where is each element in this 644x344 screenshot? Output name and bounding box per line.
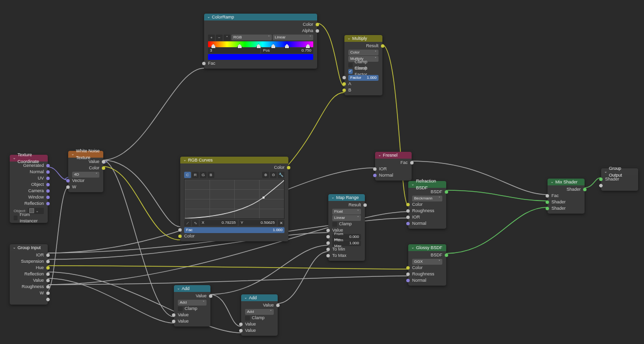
mr-interp-dropdown[interactable]: Linear˅ — [332, 215, 361, 221]
mult-type-dropdown[interactable]: Color˅ — [348, 50, 379, 55]
curve-delete-point-icon[interactable]: ✕ — [278, 220, 284, 226]
socket-glossy-rough[interactable]: Roughness — [408, 271, 446, 277]
node-header-rgbcurves[interactable]: ⌄ RGB Curves — [180, 157, 288, 163]
node-header-groupoutput[interactable]: ⌄ Group Output — [601, 168, 638, 175]
mr-clamp-checkbox[interactable]: Clamp — [332, 221, 352, 227]
socket-reflection-gi[interactable]: Reflection — [10, 271, 48, 277]
socket-mr-result[interactable]: Result — [328, 202, 365, 208]
ramp-add-button[interactable]: + — [208, 35, 215, 41]
curve-tools-icon[interactable]: 🔧 — [278, 172, 284, 178]
socket-w-gi[interactable]: W — [10, 290, 48, 296]
ramp-interp-dropdown[interactable]: Linear˅ — [273, 35, 313, 40]
socket-refr-rough[interactable]: Roughness — [408, 208, 446, 214]
socket-add1-v2[interactable]: Value — [174, 318, 210, 325]
socket-mix-fac[interactable]: Fac — [548, 193, 585, 199]
socket-generated[interactable]: Generated — [10, 163, 48, 169]
socket-mult-a[interactable]: A — [344, 81, 382, 87]
socket-add2-out[interactable]: Value — [241, 302, 278, 308]
node-header-add1[interactable]: ⌄ Add — [174, 285, 210, 292]
socket-mix-out[interactable]: Shader — [548, 186, 585, 193]
curve-x-field[interactable]: X0.78235 — [200, 220, 238, 226]
socket-mix-s1[interactable]: Shader — [548, 199, 585, 205]
socket-reflection[interactable]: Reflection — [10, 200, 48, 207]
ramp-remove-button[interactable]: − — [216, 35, 223, 41]
socket-refr-bsdf[interactable]: BSDF — [408, 189, 446, 195]
node-header-glossy[interactable]: ⌄ Glossy BSDF — [408, 244, 446, 251]
socket-value-gi[interactable]: Value — [10, 277, 48, 284]
node-header-groupinput[interactable]: ⌄ Group Input — [10, 244, 48, 251]
ramp-index-field[interactable]: 3 — [208, 48, 260, 54]
socket-add1-out[interactable]: Value — [174, 293, 210, 299]
handle-auto-icon[interactable]: ∿ — [192, 220, 199, 226]
socket-mr-tomax[interactable]: To Max — [328, 253, 365, 259]
socket-refr-normal[interactable]: Normal — [408, 220, 446, 227]
node-header-refraction[interactable]: ⌄ Refraction BSDF — [408, 181, 446, 188]
node-header-multiply[interactable]: ⌄ Multiply — [344, 35, 382, 42]
socket-rgbc-fac[interactable]: Fac1.000 — [180, 227, 288, 233]
socket-go-empty[interactable] — [601, 182, 638, 189]
socket-refr-ior[interactable]: IOR — [408, 214, 446, 220]
socket-wn-w[interactable]: W — [68, 184, 103, 190]
socket-add1-v1[interactable]: Value — [174, 312, 210, 318]
add1-clamp-checkbox[interactable]: Clamp — [178, 306, 197, 312]
socket-mr-frommax[interactable]: From Max1.000 — [328, 240, 365, 246]
socket-mult-factor[interactable]: Factor1.000 — [344, 74, 382, 81]
socket-fresnel-ior[interactable]: IOR — [375, 166, 412, 172]
curve-editor[interactable] — [184, 179, 284, 219]
node-header-mixshader[interactable]: ⌄ Mix Shader — [548, 179, 585, 185]
socket-add2-v2[interactable]: Value — [241, 327, 278, 334]
curve-tab-r[interactable]: R — [192, 172, 199, 178]
socket-wn-color[interactable]: Color — [68, 165, 103, 171]
socket-fresnel-fac[interactable]: Fac — [375, 160, 412, 166]
socket-wn-value[interactable]: Value — [68, 159, 103, 165]
socket-glossy-color[interactable]: Color — [408, 265, 446, 271]
curve-zoom-out-icon[interactable]: ⊖ — [270, 172, 277, 178]
from-instancer-checkbox[interactable]: From Instancer — [14, 212, 44, 224]
curve-y-field[interactable]: Y0.50625 — [239, 220, 277, 226]
curve-tab-b[interactable]: B — [208, 172, 214, 178]
socket-suspension[interactable]: Suspension — [10, 258, 48, 265]
socket-mult-result[interactable]: Result — [344, 43, 382, 49]
node-header-add2[interactable]: ⌄ Add — [241, 294, 278, 301]
curve-tab-c[interactable]: C — [184, 172, 191, 178]
ramp-colormode-dropdown[interactable]: RGB˅ — [231, 35, 272, 40]
socket-mix-s2[interactable]: Shader — [548, 205, 585, 212]
node-header-whitenoise[interactable]: ⌄ White Noise Texture — [68, 151, 103, 158]
socket-rgbc-color-out[interactable]: Color — [180, 164, 288, 171]
handle-vector-icon[interactable]: ⟋ — [184, 220, 191, 226]
socket-cr-color[interactable]: Color — [204, 21, 317, 28]
socket-empty[interactable] — [10, 296, 48, 303]
socket-mult-b[interactable]: B — [344, 87, 382, 93]
add1-mode-dropdown[interactable]: Add˅ — [178, 300, 207, 306]
socket-refr-color[interactable]: Color — [408, 201, 446, 208]
socket-rgbc-color-in[interactable]: Color — [180, 233, 288, 239]
socket-glossy-normal[interactable]: Normal — [408, 277, 446, 284]
socket-object[interactable]: Object — [10, 181, 48, 188]
socket-ior[interactable]: IOR — [10, 252, 48, 258]
mr-type-dropdown[interactable]: Float˅ — [332, 209, 361, 215]
socket-normal[interactable]: Normal — [10, 169, 48, 175]
curve-tab-g[interactable]: G — [200, 172, 207, 178]
socket-fresnel-normal[interactable]: Normal — [375, 172, 412, 179]
curve-zoom-in-icon[interactable]: ⊕ — [262, 172, 269, 178]
ramp-color-swatch[interactable] — [208, 54, 313, 60]
socket-uv[interactable]: UV — [10, 175, 48, 181]
refr-dist-dropdown[interactable]: Beckmann˅ — [412, 196, 442, 201]
socket-cr-fac[interactable]: Fac — [204, 60, 317, 67]
socket-cr-alpha[interactable]: Alpha — [204, 28, 317, 34]
socket-glossy-bsdf[interactable]: BSDF — [408, 252, 446, 258]
add2-mode-dropdown[interactable]: Add˅ — [245, 309, 274, 315]
socket-camera[interactable]: Camera — [10, 188, 48, 194]
socket-add2-v1[interactable]: Value — [241, 321, 278, 327]
add2-clamp-checkbox[interactable]: Clamp — [245, 315, 265, 321]
socket-wn-vector[interactable]: Vector — [68, 178, 103, 184]
socket-hue[interactable]: Hue — [10, 265, 48, 271]
node-header-texcoord[interactable]: ⌄ Texture Coordinate — [10, 155, 48, 162]
socket-mr-tomin[interactable]: To Min — [328, 246, 365, 253]
socket-window[interactable]: Window — [10, 194, 48, 200]
socket-roughness-gi[interactable]: Roughness — [10, 284, 48, 290]
ramp-menu-button[interactable]: ˅ — [224, 35, 230, 41]
glossy-dist-dropdown[interactable]: GGX˅ — [412, 259, 442, 265]
node-header-maprange[interactable]: ⌄ Map Range — [328, 194, 365, 201]
node-header-fresnel[interactable]: ⌄ Fresnel — [375, 152, 412, 159]
